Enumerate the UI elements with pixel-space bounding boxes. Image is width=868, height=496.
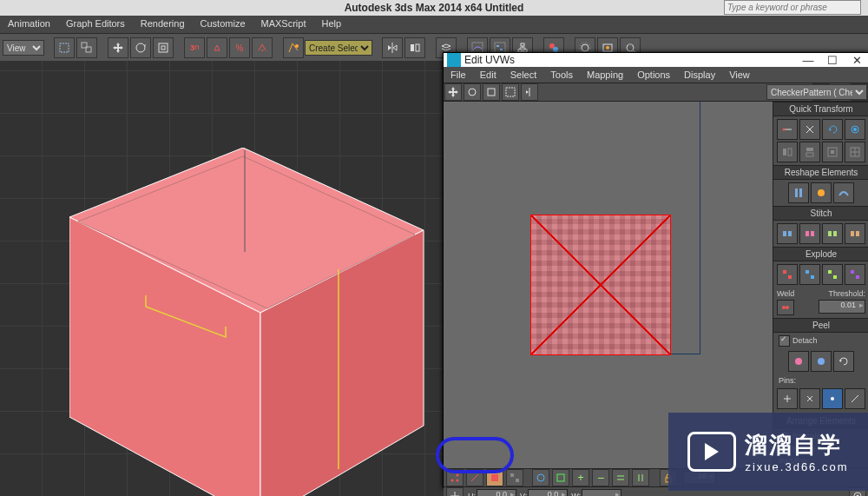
watermark: 溜溜自学 zixue.3d66.com [668, 413, 868, 491]
pins-label: Pins: [775, 376, 796, 385]
explode-1-icon[interactable] [777, 264, 798, 285]
sel-by-element-icon[interactable] [552, 469, 569, 486]
grow-sel-icon[interactable]: + [572, 469, 589, 486]
stitch-1-icon[interactable] [777, 223, 798, 244]
uvw-menu-select[interactable]: Select [503, 67, 544, 83]
panel-peel[interactable]: Peel [773, 318, 868, 333]
qt-fit-icon[interactable] [822, 142, 843, 162]
peel-mode-icon[interactable] [811, 351, 832, 372]
panel-reshape[interactable]: Reshape Elements [773, 165, 868, 180]
peel-quick-icon[interactable] [788, 351, 809, 372]
qt-xvert-icon[interactable] [799, 119, 820, 140]
uvw-menu-file[interactable]: File [444, 67, 473, 83]
soft-sel-icon[interactable] [532, 469, 549, 486]
uvw-menu-edit[interactable]: Edit [473, 67, 503, 83]
uvw-scale-icon[interactable] [483, 83, 500, 101]
uvw-menu-options[interactable]: Options [630, 67, 677, 83]
uvw-titlebar[interactable]: Edit UVWs — ☐ ✕ [444, 53, 868, 67]
scale-icon[interactable] [153, 37, 174, 58]
viewport-cube[interactable] [69, 148, 434, 496]
uvw-mirror-icon[interactable] [521, 83, 538, 101]
uvw-move-icon[interactable] [444, 83, 462, 101]
map-channel-dropdown[interactable]: CheckerPattern ( Checker ) [766, 84, 867, 100]
uvw-rotate-icon[interactable] [464, 83, 481, 101]
reshape-straighten-icon[interactable] [788, 182, 809, 203]
menu-maxscript[interactable]: MAXScript [253, 16, 314, 33]
uvw-selected-face[interactable] [530, 215, 671, 355]
svg-rect-38 [783, 149, 786, 155]
stitch-2-icon[interactable] [799, 223, 820, 244]
svg-rect-57 [788, 275, 792, 279]
selection-region-icon[interactable] [54, 37, 75, 58]
transform-absolute-icon[interactable] [446, 487, 464, 496]
pin-remove-icon[interactable] [799, 388, 820, 409]
panel-stitch[interactable]: Stitch [773, 206, 868, 221]
pin-clear-icon[interactable] [845, 388, 865, 409]
explode-4-icon[interactable] [845, 264, 865, 285]
v-value[interactable]: 0.0 [528, 489, 568, 496]
align-icon[interactable] [404, 37, 425, 58]
named-selection-dropdown[interactable]: Create Selection Se [305, 40, 372, 56]
stitch-4-icon[interactable] [845, 223, 865, 244]
uvw-toolbar: UV CheckerPattern ( Checker ) [444, 83, 868, 102]
explode-2-icon[interactable] [799, 264, 820, 285]
menu-animation[interactable]: Animation [0, 16, 58, 33]
reshape-relax-icon[interactable] [811, 182, 832, 203]
qt-flip-v-icon[interactable] [799, 142, 820, 162]
maximize-button[interactable]: ☐ [820, 54, 845, 67]
move-icon[interactable] [108, 37, 128, 58]
qt-flip-h-icon[interactable] [777, 142, 798, 162]
svg-point-71 [457, 479, 459, 482]
annotation-circle [436, 437, 514, 473]
svg-rect-74 [516, 479, 519, 482]
qt-grid-icon[interactable] [845, 142, 865, 162]
qt-rotccw-icon[interactable] [845, 119, 865, 140]
close-button[interactable]: ✕ [845, 54, 868, 67]
u-value[interactable]: 0.0 [477, 489, 516, 496]
shrink-sel-icon[interactable]: − [592, 469, 609, 486]
main-menubar: AnimationGraph EditorsRenderingCustomize… [0, 16, 868, 33]
spinner-snap-icon[interactable] [252, 37, 273, 58]
panel-quick-transform[interactable]: Quick Transform [773, 102, 868, 116]
pin-active-icon[interactable] [822, 388, 843, 409]
uvw-menu-mapping[interactable]: Mapping [580, 67, 630, 83]
stitch-3-icon[interactable] [822, 223, 843, 244]
svg-point-18 [582, 44, 589, 51]
view-dropdown[interactable]: View [3, 40, 44, 56]
loop-sel-icon[interactable] [612, 469, 629, 486]
menu-rendering[interactable]: Rendering [133, 16, 193, 33]
sel-element-icon[interactable] [506, 469, 523, 486]
mirror-icon[interactable] [382, 37, 403, 58]
ring-sel-icon[interactable] [632, 469, 649, 486]
w-value[interactable] [582, 489, 621, 496]
menu-help[interactable]: Help [314, 16, 350, 33]
detach-checkbox[interactable] [779, 335, 790, 347]
uvw-menu-tools[interactable]: Tools [543, 67, 580, 83]
qt-rotcw-icon[interactable] [822, 119, 843, 140]
menu-graph-editors[interactable]: Graph Editors [58, 16, 133, 33]
snap-3-icon[interactable]: 3⊓ [184, 37, 205, 58]
percent-snap-icon[interactable]: % [229, 37, 250, 58]
svg-rect-8 [416, 44, 419, 51]
uvw-menu-view[interactable]: View [722, 67, 757, 83]
threshold-spinner[interactable]: 0.01 [819, 300, 865, 314]
peel-reset-icon[interactable] [833, 351, 854, 372]
uvw-menu-display[interactable]: Display [677, 67, 722, 83]
u-label: U: [468, 492, 476, 496]
search-input[interactable] [724, 0, 861, 15]
panel-explode[interactable]: Explode [773, 247, 868, 261]
svg-rect-53 [833, 231, 837, 236]
window-crossing-icon[interactable] [76, 37, 97, 58]
qt-align-icon[interactable] [777, 119, 798, 140]
weld-button-icon[interactable] [777, 300, 794, 315]
minimize-button[interactable]: — [796, 54, 820, 67]
rotate-icon[interactable] [130, 37, 151, 58]
weld-label: Weld [777, 289, 794, 298]
edit-selection-sets-icon[interactable] [283, 37, 304, 58]
menu-customize[interactable]: Customize [193, 16, 253, 33]
explode-3-icon[interactable] [822, 264, 843, 285]
pin-add-icon[interactable] [777, 388, 798, 409]
uvw-freeform-icon[interactable] [502, 83, 519, 101]
angle-snap-icon[interactable] [207, 37, 227, 58]
reshape-unfold-icon[interactable] [833, 182, 854, 203]
